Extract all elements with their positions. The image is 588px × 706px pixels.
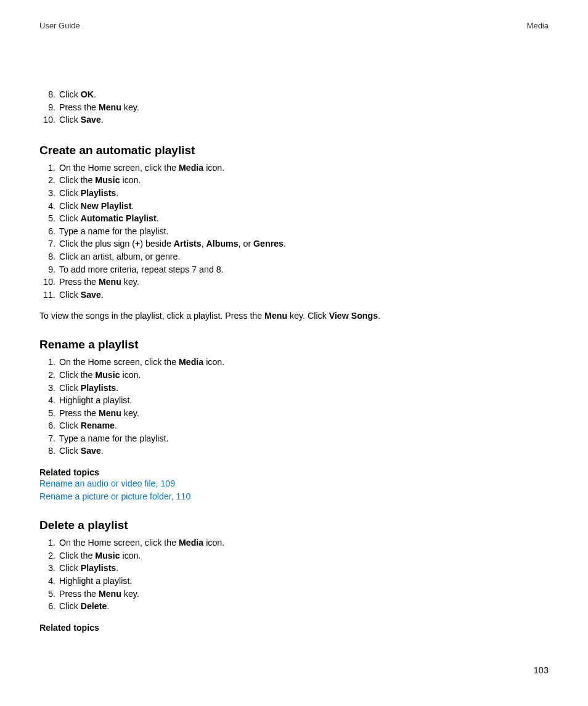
steps-list: On the Home screen, click the Media icon… xyxy=(39,356,549,458)
list-item: Click Playlists. xyxy=(58,187,549,200)
list-item: Click the Music icon. xyxy=(58,174,549,187)
list-item: Click Save. xyxy=(58,113,549,126)
list-item: Type a name for the playlist. xyxy=(58,225,549,238)
list-item: Click Save. xyxy=(58,445,549,458)
page-header: User Guide Media xyxy=(39,21,549,30)
list-item: Click an artist, album, or genre. xyxy=(58,250,549,263)
list-item: On the Home screen, click the Media icon… xyxy=(58,536,549,549)
list-item: Press the Menu key. xyxy=(58,588,549,601)
list-item: Type a name for the playlist. xyxy=(58,432,549,445)
list-item: Press the Menu key. xyxy=(58,276,549,289)
list-item: Click Rename. xyxy=(58,419,549,432)
continued-steps-list: Click OK.Press the Menu key.Click Save. xyxy=(39,88,549,126)
list-item: To add more criteria, repeat steps 7 and… xyxy=(58,263,549,276)
page-number: 103 xyxy=(534,665,549,675)
list-item: Highlight a playlist. xyxy=(58,394,549,407)
header-left: User Guide xyxy=(39,21,80,30)
steps-list: On the Home screen, click the Media icon… xyxy=(39,536,549,613)
section-heading: Delete a playlist xyxy=(39,519,549,532)
related-link[interactable]: Rename a picture or picture folder, 110 xyxy=(39,490,549,503)
section-heading: Create an automatic playlist xyxy=(39,144,549,157)
header-right: Media xyxy=(527,21,549,30)
list-item: Click the Music icon. xyxy=(58,549,549,562)
related-topics-heading: Related topics xyxy=(39,623,549,633)
list-item: Press the Menu key. xyxy=(58,407,549,420)
section-delete-playlist: Delete a playlist On the Home screen, cl… xyxy=(39,519,549,633)
list-item: Highlight a playlist. xyxy=(58,575,549,588)
list-item: Click the Music icon. xyxy=(58,369,549,382)
list-item: Click Delete. xyxy=(58,600,549,613)
list-item: Click New Playlist. xyxy=(58,200,549,213)
document-page: User Guide Media Click OK.Press the Menu… xyxy=(0,0,588,706)
section-rename-playlist: Rename a playlist On the Home screen, cl… xyxy=(39,338,549,503)
list-item: Click Playlists. xyxy=(58,382,549,395)
related-link[interactable]: Rename an audio or video file, 109 xyxy=(39,477,549,490)
section-heading: Rename a playlist xyxy=(39,338,549,351)
related-topics-heading: Related topics xyxy=(39,467,549,477)
related-links: Rename an audio or video file, 109 Renam… xyxy=(39,477,549,503)
list-item: Click Playlists. xyxy=(58,562,549,575)
list-item: Click OK. xyxy=(58,88,549,101)
section-create-automatic-playlist: Create an automatic playlist On the Home… xyxy=(39,144,549,321)
section-note: To view the songs in the playlist, click… xyxy=(39,311,549,321)
list-item: Click Automatic Playlist. xyxy=(58,212,549,225)
list-item: On the Home screen, click the Media icon… xyxy=(58,162,549,174)
list-item: Click Save. xyxy=(58,289,549,302)
list-item: Click the plus sign (+) beside Artists, … xyxy=(58,237,549,250)
list-item: Press the Menu key. xyxy=(58,101,549,114)
list-item: On the Home screen, click the Media icon… xyxy=(58,356,549,369)
steps-list: On the Home screen, click the Media icon… xyxy=(39,162,549,302)
